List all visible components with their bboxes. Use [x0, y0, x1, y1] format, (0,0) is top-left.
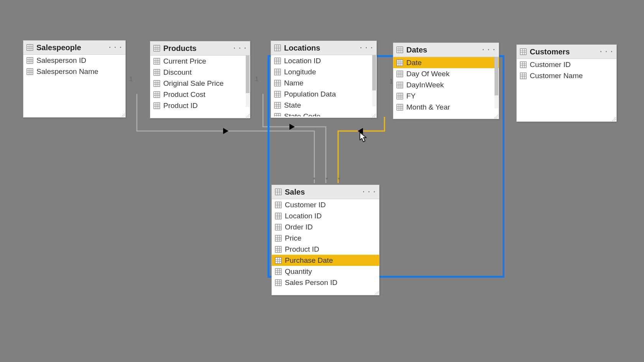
- field-label: Sales Person ID: [285, 278, 337, 287]
- field-label: Location ID: [285, 212, 322, 220]
- scrollbar-thumb[interactable]: [372, 55, 376, 90]
- svg-rect-75: [274, 113, 281, 116]
- filter-arrow-icon[interactable]: [223, 128, 228, 134]
- resize-grip-icon[interactable]: [612, 117, 616, 121]
- field-row[interactable]: FY: [393, 90, 499, 102]
- svg-rect-40: [154, 103, 160, 109]
- field-row[interactable]: Quantity: [272, 266, 379, 277]
- table-salespeople[interactable]: Salespeople· · ·Salesperson IDSalesperso…: [23, 40, 126, 118]
- resize-grip-icon[interactable]: [121, 113, 125, 117]
- cardinality-label: *: [313, 176, 315, 184]
- field-label: Location ID: [284, 57, 321, 65]
- more-options-icon[interactable]: · · ·: [360, 46, 373, 50]
- table-header[interactable]: Customers· · ·: [517, 45, 616, 59]
- svg-rect-30: [154, 80, 160, 87]
- column-icon: [274, 80, 281, 87]
- column-icon: [396, 70, 403, 77]
- field-label: Date: [406, 59, 422, 67]
- svg-rect-120: [520, 73, 526, 79]
- column-icon: [275, 224, 282, 231]
- field-row[interactable]: Order ID: [272, 221, 379, 233]
- svg-rect-65: [274, 91, 281, 97]
- resize-grip-icon[interactable]: [375, 291, 379, 295]
- column-icon: [153, 102, 160, 109]
- table-icon: [274, 44, 281, 51]
- field-row[interactable]: Salesperson Name: [23, 66, 125, 77]
- table-header[interactable]: Sales· · ·: [272, 185, 379, 199]
- filter-arrow-icon[interactable]: [358, 128, 363, 134]
- field-row[interactable]: Current Price: [150, 56, 250, 67]
- table-sales[interactable]: Sales· · ·Customer IDLocation IDOrder ID…: [271, 185, 380, 295]
- field-row[interactable]: Customer ID: [272, 199, 379, 210]
- resize-grip-icon[interactable]: [495, 115, 498, 118]
- table-customers[interactable]: Customers· · ·Customer IDCustomer Name: [516, 44, 617, 122]
- table-title: Sales: [285, 188, 360, 197]
- svg-rect-145: [275, 235, 281, 241]
- field-label: Purchase Date: [285, 256, 333, 265]
- column-icon: [26, 57, 33, 64]
- field-row[interactable]: Name: [271, 77, 376, 88]
- svg-rect-95: [397, 82, 403, 88]
- more-options-icon[interactable]: · · ·: [482, 48, 496, 52]
- table-title: Salespeople: [36, 43, 106, 52]
- field-row[interactable]: Original Sale Price: [150, 78, 250, 89]
- field-label: Order ID: [285, 223, 313, 231]
- table-dates[interactable]: Dates· · ·DateDay Of WeekDayInWeekFYMont…: [393, 43, 499, 119]
- column-icon: [274, 113, 281, 117]
- column-icon: [275, 235, 282, 242]
- field-row[interactable]: DayInWeek: [393, 79, 499, 90]
- field-row[interactable]: Customer Name: [517, 70, 616, 81]
- svg-rect-115: [520, 62, 526, 68]
- scrollbar-thumb[interactable]: [495, 57, 498, 95]
- column-icon: [520, 72, 527, 79]
- field-row[interactable]: Population Data: [271, 88, 376, 100]
- table-title: Products: [163, 44, 230, 53]
- resize-grip-icon[interactable]: [246, 114, 250, 118]
- more-options-icon[interactable]: · · ·: [109, 46, 122, 49]
- field-row[interactable]: Product ID: [272, 244, 379, 255]
- table-body: Customer IDLocation IDOrder IDPriceProdu…: [272, 199, 379, 294]
- table-header[interactable]: Products· · ·: [150, 41, 250, 56]
- table-header[interactable]: Locations· · ·: [271, 41, 376, 55]
- column-icon: [274, 91, 281, 98]
- svg-rect-150: [275, 246, 281, 252]
- table-locations[interactable]: Locations· · ·Location IDLongitudeNamePo…: [271, 41, 377, 118]
- table-title: Locations: [284, 44, 357, 52]
- column-icon: [274, 57, 281, 64]
- more-options-icon[interactable]: · · ·: [363, 190, 376, 194]
- field-row[interactable]: Date: [393, 57, 499, 68]
- field-label: Price: [285, 234, 301, 242]
- field-row[interactable]: Purchase Date: [272, 255, 379, 266]
- field-row[interactable]: Location ID: [272, 210, 379, 221]
- field-row[interactable]: Product ID: [150, 100, 250, 111]
- field-row[interactable]: Customer ID: [517, 59, 616, 70]
- table-header[interactable]: Salespeople· · ·: [23, 41, 125, 55]
- filter-arrow-icon[interactable]: [289, 124, 295, 130]
- field-row[interactable]: Salesperson ID: [23, 55, 125, 66]
- field-row[interactable]: Month & Year: [393, 102, 499, 113]
- relationship-dates-to-sales[interactable]: [338, 117, 384, 183]
- table-products[interactable]: Products· · ·Current PriceDiscountOrigin…: [150, 41, 250, 118]
- resize-grip-icon[interactable]: [372, 113, 376, 117]
- field-row[interactable]: Day Of Week: [393, 68, 499, 79]
- field-row[interactable]: Discount: [150, 67, 250, 78]
- table-header[interactable]: Dates· · ·: [393, 43, 499, 57]
- table-icon: [520, 48, 527, 55]
- column-icon: [274, 102, 281, 109]
- scrollbar-thumb[interactable]: [246, 56, 250, 93]
- field-row[interactable]: Product Cost: [150, 89, 250, 100]
- more-options-icon[interactable]: · · ·: [233, 46, 247, 50]
- svg-rect-60: [274, 80, 281, 86]
- field-row[interactable]: Price: [272, 233, 379, 244]
- field-row[interactable]: Location ID: [271, 55, 376, 66]
- field-row[interactable]: State Code: [271, 111, 376, 116]
- table-icon: [275, 188, 282, 195]
- field-label: DayInWeek: [406, 81, 444, 89]
- field-label: Longitude: [284, 68, 316, 76]
- table-title: Dates: [406, 46, 479, 54]
- field-row[interactable]: Sales Person ID: [272, 277, 379, 288]
- field-row[interactable]: Longitude: [271, 66, 376, 77]
- more-options-icon[interactable]: · · ·: [600, 50, 613, 54]
- field-row[interactable]: State: [271, 100, 376, 111]
- column-icon: [520, 61, 527, 68]
